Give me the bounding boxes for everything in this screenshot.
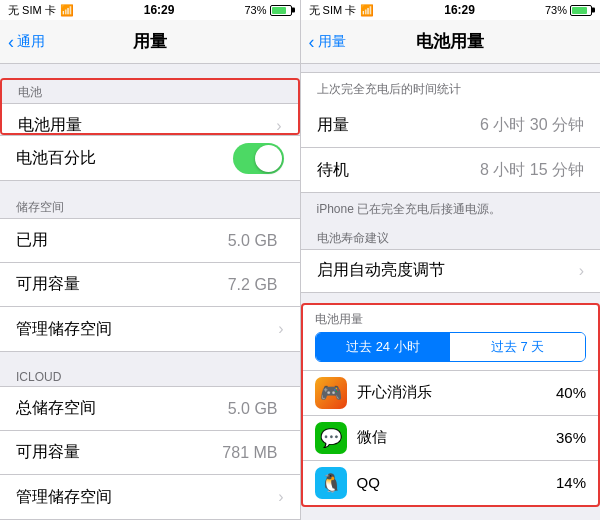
battery-usage-arrow-icon: › [276, 117, 281, 135]
carrier-label: 无 SIM 卡 [8, 3, 56, 18]
icloud-manage-arrow-icon: › [278, 488, 283, 506]
battery-pct-cell: 电池百分比 [0, 136, 300, 180]
app-pct-2: 14% [556, 474, 586, 491]
left-gap-1 [0, 64, 300, 78]
battery-usage-cell[interactable]: 电池用量 › [2, 104, 298, 135]
advice-header: 电池寿命建议 [301, 226, 601, 249]
app-name-2: QQ [357, 474, 556, 491]
icloud-available-value: 781 MB [222, 444, 277, 462]
used-cell: 已用 5.0 GB [0, 219, 300, 263]
left-status-bar: 无 SIM 卡 📶 16:29 73% [0, 0, 300, 20]
usage-label: 用量 [317, 115, 480, 136]
available-value: 7.2 GB [228, 276, 278, 294]
manage-storage-label: 管理储存空间 [16, 319, 278, 340]
icloud-total-cell: 总储存空间 5.0 GB [0, 387, 300, 431]
wifi-icon: 📶 [60, 4, 74, 17]
used-value: 5.0 GB [228, 232, 278, 250]
usage-value: 6 小时 30 分钟 [480, 115, 584, 136]
standby-value: 8 小时 15 分钟 [480, 160, 584, 181]
battery-usage-label: 电池用量 [18, 115, 276, 135]
battery-fill [272, 7, 287, 14]
left-nav-title: 用量 [133, 30, 167, 53]
app-icon-1: 💬 [315, 422, 347, 454]
icloud-available-cell: 可用容量 781 MB [0, 431, 300, 475]
tab-24h[interactable]: 过去 24 小时 [316, 333, 451, 361]
right-status-left: 无 SIM 卡 📶 [309, 3, 375, 18]
right-status-right: 73% [545, 4, 592, 16]
right-nav-title: 电池用量 [416, 30, 484, 53]
battery-pct-label: 73% [244, 4, 266, 16]
app-row-0: 🎮 开心消消乐 40% [303, 370, 599, 415]
chevron-left-icon: ‹ [8, 33, 14, 51]
app-icon-0: 🎮 [315, 377, 347, 409]
battery-pct-group: 电池百分比 [0, 135, 300, 181]
battery-pct-toggle[interactable] [233, 143, 284, 174]
brightness-label: 启用自动亮度调节 [317, 260, 579, 281]
right-battery-icon [570, 5, 592, 16]
battery-pct-label-text: 电池百分比 [16, 148, 233, 169]
brightness-cell[interactable]: 启用自动亮度调节 › [301, 249, 601, 293]
app-row-2: 🐧 QQ 14% [303, 460, 599, 505]
right-gap-1 [301, 64, 601, 72]
left-status-right: 73% [244, 4, 291, 16]
storage-cell-group: 已用 5.0 GB 可用容量 7.2 GB 管理储存空间 › [0, 218, 300, 352]
app-pct-0: 40% [556, 384, 586, 401]
battery-icon [270, 5, 292, 16]
app-name-1: 微信 [357, 428, 556, 447]
app-name-0: 开心消消乐 [357, 383, 556, 402]
right-battery-pct: 73% [545, 4, 567, 16]
notice-text: iPhone 已在完全充电后接通电源。 [301, 193, 601, 226]
right-chevron-left-icon: ‹ [309, 33, 315, 51]
right-time: 16:29 [444, 3, 475, 17]
standby-label: 待机 [317, 160, 480, 181]
stats-header: 上次完全充电后的时间统计 [301, 73, 601, 104]
icloud-total-label: 总储存空间 [16, 398, 228, 419]
right-nav-back-label: 用量 [318, 33, 346, 51]
icloud-manage-cell[interactable]: 管理储存空间 › [0, 475, 300, 519]
left-status-left: 无 SIM 卡 📶 [8, 3, 74, 18]
right-gap-2 [301, 293, 601, 303]
manage-storage-cell[interactable]: 管理储存空间 › [0, 307, 300, 351]
bu-tabs: 过去 24 小时 过去 7 天 [315, 332, 587, 362]
app-rows-container: 🎮 开心消消乐 40% 💬 微信 36% 🐧 QQ 14% [303, 370, 599, 505]
right-nav-bar: ‹ 用量 电池用量 [301, 20, 601, 64]
icloud-cell-group: 总储存空间 5.0 GB 可用容量 781 MB 管理储存空间 › [0, 386, 300, 520]
icloud-available-label: 可用容量 [16, 442, 222, 463]
left-nav-bar: ‹ 通用 用量 [0, 20, 300, 64]
left-panel: 无 SIM 卡 📶 16:29 73% ‹ 通用 用量 电池 电池用量 › [0, 0, 300, 520]
standby-cell: 待机 8 小时 15 分钟 [301, 148, 601, 192]
bu-header-label: 电池用量 [303, 305, 599, 332]
usage-cell: 用量 6 小时 30 分钟 [301, 104, 601, 148]
icloud-header: ICLOUD [0, 366, 300, 386]
toggle-knob [255, 145, 282, 172]
battery-cell-group: 电池用量 › [2, 103, 298, 135]
stats-group: 上次完全充电后的时间统计 用量 6 小时 30 分钟 待机 8 小时 15 分钟 [301, 72, 601, 193]
left-time: 16:29 [144, 3, 175, 17]
right-nav-back-button[interactable]: ‹ 用量 [309, 33, 346, 51]
available-cell: 可用容量 7.2 GB [0, 263, 300, 307]
app-pct-1: 36% [556, 429, 586, 446]
tab-7d[interactable]: 过去 7 天 [450, 333, 585, 361]
used-label: 已用 [16, 230, 228, 251]
app-icon-2: 🐧 [315, 467, 347, 499]
manage-storage-arrow-icon: › [278, 320, 283, 338]
brightness-arrow-icon: › [579, 262, 584, 280]
left-nav-back-label: 通用 [17, 33, 45, 51]
storage-header: 储存空间 [0, 195, 300, 218]
available-label: 可用容量 [16, 274, 228, 295]
battery-group-header: 电池 [2, 80, 298, 103]
right-status-bar: 无 SIM 卡 📶 16:29 73% [301, 0, 601, 20]
app-row-1: 💬 微信 36% [303, 415, 599, 460]
icloud-total-value: 5.0 GB [228, 400, 278, 418]
right-wifi-icon: 📶 [360, 4, 374, 17]
battery-usage-section: 电池用量 过去 24 小时 过去 7 天 🎮 开心消消乐 40% 💬 微信 36… [301, 303, 601, 507]
icloud-manage-label: 管理储存空间 [16, 487, 278, 508]
right-carrier-label: 无 SIM 卡 [309, 3, 357, 18]
left-nav-back-button[interactable]: ‹ 通用 [8, 33, 45, 51]
right-battery-fill [572, 7, 587, 14]
battery-section-highlighted: 电池 电池用量 › [0, 78, 300, 135]
left-gap-2 [0, 181, 300, 195]
left-gap-3 [0, 352, 300, 366]
right-panel: 无 SIM 卡 📶 16:29 73% ‹ 用量 电池用量 上次完全充电后的时间… [301, 0, 601, 520]
